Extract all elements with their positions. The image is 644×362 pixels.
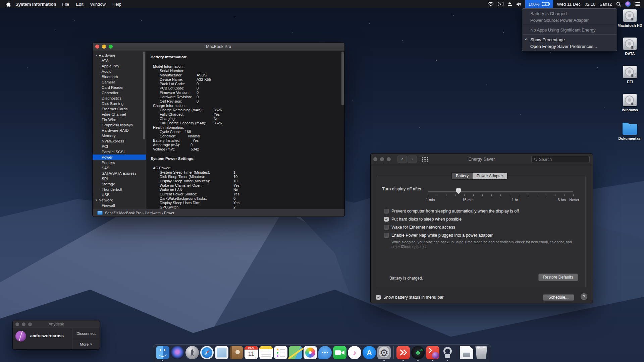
sidebar-item-network[interactable]: ▼Network [93,197,146,203]
dock-maps-icon[interactable] [289,346,302,359]
dock-photos-icon[interactable] [304,346,317,359]
sidebar-item-diagnostics[interactable]: Diagnostics [93,96,146,101]
sidebar-item-camera[interactable]: Camera [93,79,146,85]
tab-power-adapter[interactable]: Power Adapter [473,173,507,179]
sidebar-item-hardware[interactable]: ▼Hardware [93,53,146,58]
dock-anydesk-icon[interactable] [396,346,410,359]
desktop-icon-windows[interactable]: Windows [614,94,644,112]
menu-edit[interactable]: Edit [72,2,87,7]
battery-menu-extra[interactable]: 100% [525,0,553,8]
anydesk-titlebar[interactable]: Anydesk [13,320,100,328]
minimize-button[interactable] [380,157,384,161]
checkbox-prevent-computer-from-sleeping-automatic[interactable] [384,209,389,214]
show-battery-status-checkbox[interactable]: ✓ [376,295,381,300]
sidebar-item-sas[interactable]: SAS [93,165,146,171]
menu-help[interactable]: Help [109,2,125,7]
sidebar-item-ethernet-cards[interactable]: Ethernet Cards [93,106,146,112]
schedule-button[interactable]: Schedule... [543,294,574,301]
dock-siri-icon[interactable] [171,346,184,359]
sidebar-item-bluetooth[interactable]: Bluetooth [93,74,146,79]
sidebar-item-firewall[interactable]: Firewall [93,203,146,208]
sidebar-item-disc-burning[interactable]: Disc Burning [93,101,146,106]
sidebar-item-printers[interactable]: Printers [93,160,146,165]
desktop-icon-data[interactable]: DATA [614,38,644,56]
desktop-icon-macintosh-hd[interactable]: Macintosh HD [614,9,644,27]
sidebar-item-apple-pay[interactable]: Apple Pay [93,63,146,69]
dock-contacts-icon[interactable] [230,346,243,359]
restore-defaults-button[interactable]: Restore Defaults [538,274,578,281]
disclosure-triangle-icon[interactable]: ▼ [95,198,98,203]
checkbox-wake-for-ethernet-network-access[interactable] [384,225,389,230]
desktop-icon-dokumentasi[interactable]: Dokumentasi [614,122,644,140]
system-information-titlebar[interactable]: MacBook Pro [93,43,344,51]
sidebar-item-nvmexpress[interactable]: NVMExpress [93,138,146,144]
dock-trash-icon[interactable] [475,346,488,359]
dock-reminders-icon[interactable] [274,346,287,359]
dock-launchpad-icon[interactable] [185,346,199,359]
menu-bar-date[interactable]: Wed 11 Dec [557,2,581,7]
sidebar-item-thunderbolt[interactable]: Thunderbolt [93,187,146,192]
desktop-icon-efi[interactable]: EFI [614,66,644,84]
apple-menu[interactable] [4,1,13,7]
zoom-button[interactable] [387,157,391,161]
dock-anydesk-custom-icon[interactable] [426,346,439,359]
dock-itunes-icon[interactable]: ♪ [348,346,361,359]
dock-hackintool-icon[interactable] [441,346,454,359]
disclosure-triangle-icon[interactable]: ▼ [95,53,98,58]
dock-clover-configurator-icon[interactable]: ♣♣ [411,346,425,359]
menu-bar-user[interactable]: SansZ [599,2,612,7]
dock-finder-icon[interactable] [156,346,169,359]
forward-button[interactable]: › [408,156,417,163]
menu-window[interactable]: Window [87,2,109,7]
dock-notes-icon[interactable] [259,346,273,359]
sidebar-item-storage[interactable]: Storage [93,181,146,187]
battery-menu-item-open-energy-saver-preferences[interactable]: Open Energy Saver Preferences... [522,43,617,50]
sidebar-item-ata[interactable]: ATA [93,58,146,63]
sidebar-item-pci[interactable]: PCI [93,144,146,149]
siri-icon[interactable] [625,1,631,7]
sidebar-item-controller[interactable]: Controller [93,90,146,96]
dock-app-store-icon[interactable]: A [363,346,376,359]
dock-mail-icon[interactable] [215,346,228,359]
activity-monitor-icon[interactable] [498,2,503,6]
more-button[interactable]: More ∨ [72,339,100,350]
sidebar-item-firewire[interactable]: FireWire [93,117,146,122]
sidebar-item-parallel-scsi[interactable]: Parallel SCSI [93,149,146,155]
spotlight-search-icon[interactable] [616,2,621,7]
sidebar-item-sata-sata-express[interactable]: SATA/SATA Express [93,171,146,176]
sidebar-item-audio[interactable]: Audio [93,69,146,74]
tab-battery[interactable]: Battery [452,173,473,179]
show-all-icon[interactable] [421,156,429,162]
close-button[interactable] [373,157,377,161]
active-app-name[interactable]: System Information [15,2,56,7]
menu-file[interactable]: File [59,2,72,7]
content-scrollbar[interactable] [341,52,344,105]
sidebar-item-memory[interactable]: Memory [93,133,146,138]
menu-bar-time[interactable]: 02.18 [585,2,596,7]
zoom-button[interactable] [28,322,32,326]
minimize-button[interactable] [102,45,106,49]
sidebar-item-hardware-raid[interactable]: Hardware RAID [93,128,146,133]
sidebar-item-usb[interactable]: USB [93,192,146,197]
checkbox-enable-power-nap-while-plugged-into-a-po[interactable] [384,233,389,238]
notification-center-icon[interactable] [635,2,640,6]
dock-messages-icon[interactable] [318,346,332,359]
disconnect-button[interactable]: Disconnect [72,328,100,339]
display-off-slider-track[interactable] [428,191,573,192]
zoom-button[interactable] [109,45,113,49]
close-button[interactable] [15,322,19,326]
sidebar-item-graphics-displays[interactable]: Graphics/Displays [93,122,146,128]
dock-facetime-icon[interactable] [333,346,346,359]
volume-icon[interactable] [516,2,521,6]
dock-disk-image-icon[interactable] [460,346,473,359]
eject-icon[interactable] [507,2,512,6]
back-button[interactable]: ‹ [397,156,407,163]
sidebar-item-locations[interactable]: Locations [93,208,146,209]
energy-saver-toolbar[interactable]: ‹ › Energy Saver Search [371,154,593,165]
checkbox-put-hard-disks-to-sleep-when-possible[interactable]: ✓ [384,217,389,222]
search-input[interactable]: Search [531,156,590,163]
dock-system-preferences-icon[interactable]: ⚙ [377,346,391,359]
sidebar-item-power[interactable]: Power [93,155,146,160]
sidebar-item-fibre-channel[interactable]: Fibre Channel [93,112,146,117]
minimize-button[interactable] [22,322,25,326]
